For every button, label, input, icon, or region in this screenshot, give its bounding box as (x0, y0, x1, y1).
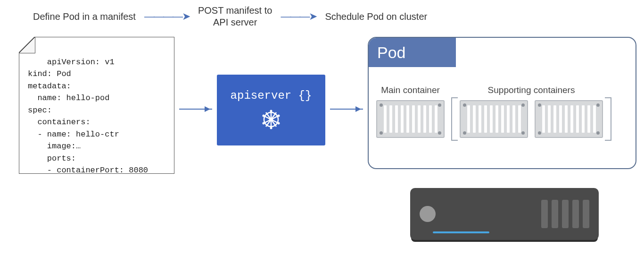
container-icon (535, 100, 603, 138)
arrow-icon: ———➤ (281, 10, 316, 23)
server-node (410, 188, 599, 240)
manifest-yaml: apiVersion: v1 kind: Pod metadata: name:… (28, 58, 148, 175)
svg-point-7 (270, 110, 272, 112)
svg-point-9 (263, 114, 265, 117)
step-post: POST manifest to API server (198, 5, 272, 28)
container-icon (460, 100, 528, 138)
pod-title-tab: Pod (369, 38, 456, 67)
diagram: apiVersion: v1 kind: Pod metadata: name:… (9, 37, 635, 254)
manifest-document: apiVersion: v1 kind: Pod metadata: name:… (19, 37, 174, 174)
apiserver-label: apiserver {} (231, 89, 312, 102)
bracket-right-icon (605, 97, 611, 141)
workflow-steps: Define Pod in a manifest ————➤ POST mani… (9, 5, 635, 28)
step-schedule: Schedule Pod on cluster (325, 11, 427, 23)
bracket-left-icon (451, 97, 458, 141)
main-container-column: Main container (376, 85, 445, 138)
pod-title: Pod (377, 43, 406, 62)
arrow-icon: ————➤ (144, 10, 190, 23)
container-icon (376, 100, 445, 138)
pod-box: Pod Main container Supporting containers (368, 37, 636, 169)
supporting-containers-column: Supporting containers (451, 85, 611, 138)
apiserver-box: apiserver {} (217, 75, 325, 145)
arrow-icon (179, 109, 212, 110)
kubernetes-wheel-icon (259, 108, 283, 131)
svg-point-12 (278, 114, 280, 117)
supporting-containers-label: Supporting containers (488, 85, 575, 95)
server-vents-icon (541, 200, 589, 228)
svg-point-11 (263, 122, 265, 124)
arrow-icon (330, 109, 363, 110)
main-container-label: Main container (381, 85, 440, 95)
svg-point-8 (270, 127, 272, 129)
server-led-icon (420, 206, 436, 222)
server-status-light-icon (433, 231, 489, 233)
step-define: Define Pod in a manifest (33, 11, 136, 23)
svg-point-10 (278, 122, 280, 124)
